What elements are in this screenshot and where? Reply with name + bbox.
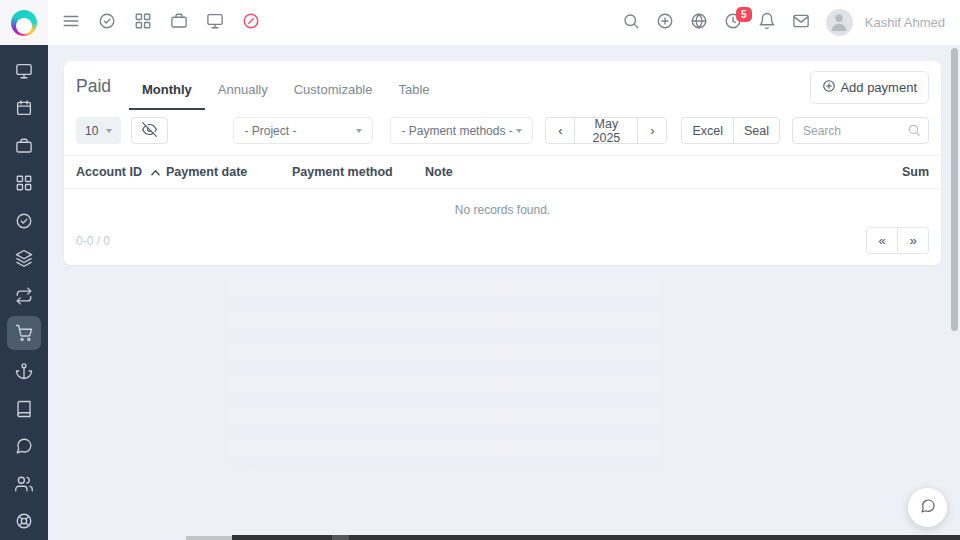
- tasks-button[interactable]: [98, 14, 116, 32]
- pagination-buttons: « »: [866, 227, 929, 254]
- messages-button[interactable]: [792, 14, 810, 32]
- shopping-cart-icon: [7, 316, 41, 350]
- column-sum[interactable]: Sum: [885, 165, 929, 179]
- language-button[interactable]: [690, 14, 708, 32]
- tab-monthly[interactable]: Monthly: [129, 74, 205, 110]
- check-circle-icon: [7, 204, 41, 238]
- payment-methods-select[interactable]: - Payment methods -: [390, 117, 533, 144]
- sidebar-item-projects[interactable]: [0, 127, 48, 165]
- monitor-icon: [206, 12, 224, 33]
- main-content: Paid Monthly Annually Customizable Table…: [48, 45, 960, 540]
- current-month-button[interactable]: May 2025: [574, 117, 638, 144]
- global-search-button[interactable]: [622, 14, 640, 32]
- quick-add-button[interactable]: [656, 14, 674, 32]
- project-select-value: - Project -: [244, 124, 296, 138]
- layers-icon: [7, 241, 41, 275]
- logo-box[interactable]: [0, 0, 48, 45]
- grid-icon: [7, 166, 41, 200]
- sidebar-item-calendar[interactable]: [0, 90, 48, 128]
- topbar: 5 Kashif Ahmed: [0, 0, 960, 46]
- user-name[interactable]: Kashif Ahmed: [865, 15, 945, 30]
- sidebar-item-recurring[interactable]: [0, 277, 48, 315]
- filter-row: 10 - Project - - Payment methods - ‹: [76, 117, 929, 144]
- life-buoy-icon: [7, 504, 41, 538]
- excel-export-button[interactable]: Excel: [681, 117, 734, 144]
- empty-state-message: No records found.: [64, 189, 941, 217]
- page-title: Paid: [76, 76, 111, 105]
- card-footer: 0-0 / 0 « »: [76, 227, 929, 254]
- menu-icon: [62, 12, 80, 33]
- project-select[interactable]: - Project -: [233, 117, 373, 144]
- apps-button[interactable]: [134, 14, 152, 32]
- sidebar-item-docs[interactable]: [0, 390, 48, 428]
- timer-button[interactable]: [242, 14, 260, 32]
- chevron-down-icon: [516, 129, 522, 133]
- person-icon: [828, 10, 850, 36]
- plus-circle-icon: [656, 12, 674, 33]
- sidebar-item-anchor[interactable]: [0, 352, 48, 390]
- user-avatar[interactable]: [826, 9, 853, 36]
- column-payment-method[interactable]: Payment method: [292, 165, 425, 179]
- time-log-button[interactable]: 5: [724, 14, 742, 32]
- toggle-columns-button[interactable]: [131, 117, 168, 144]
- tab-annually[interactable]: Annually: [205, 74, 281, 110]
- timer-icon: [242, 12, 260, 33]
- sidebar-item-apps[interactable]: [0, 165, 48, 203]
- chevron-down-icon: [106, 129, 112, 133]
- sidebar-item-payments[interactable]: [0, 315, 48, 353]
- sort-asc-icon[interactable]: [151, 169, 160, 176]
- app-root: 5 Kashif Ahmed: [0, 0, 960, 540]
- chevron-down-icon: [356, 129, 362, 133]
- bell-icon: [758, 12, 776, 33]
- plus-circle-icon: [822, 79, 836, 96]
- chat-fab-button[interactable]: [908, 488, 947, 527]
- prev-month-button[interactable]: ‹: [545, 117, 575, 144]
- book-icon: [7, 392, 41, 426]
- check-circle-icon: [98, 12, 116, 33]
- calendar-icon: [7, 91, 41, 125]
- payments-card: Paid Monthly Annually Customizable Table…: [64, 61, 941, 265]
- first-page-button[interactable]: «: [866, 227, 898, 254]
- table-header: Account ID Payment date Payment method N…: [64, 155, 941, 189]
- repeat-icon: [7, 279, 41, 313]
- column-account-id[interactable]: Account ID: [76, 165, 166, 179]
- horizontal-scrollbar-thumb[interactable]: [186, 536, 232, 540]
- anchor-icon: [7, 354, 41, 388]
- monitor-icon: [7, 54, 41, 88]
- message-circle-icon: [7, 429, 41, 463]
- eye-off-icon: [142, 122, 157, 140]
- page-size-select[interactable]: 10: [76, 117, 121, 144]
- menu-toggle-button[interactable]: [62, 14, 80, 32]
- notification-badge: 5: [736, 7, 752, 22]
- sidebar-item-layers[interactable]: [0, 240, 48, 278]
- sidebar-item-tasks[interactable]: [0, 202, 48, 240]
- ghost-table-watermark: [230, 280, 660, 470]
- topbar-left-icons: [48, 14, 260, 32]
- globe-icon: [690, 12, 708, 33]
- column-note[interactable]: Note: [425, 165, 885, 179]
- display-button[interactable]: [206, 14, 224, 32]
- card-header: Paid Monthly Annually Customizable Table…: [64, 61, 941, 110]
- tab-table[interactable]: Table: [386, 74, 443, 110]
- sidebar-item-chat[interactable]: [0, 427, 48, 465]
- grid-icon: [134, 12, 152, 33]
- notifications-button[interactable]: [758, 14, 776, 32]
- vertical-scrollbar-thumb[interactable]: [951, 48, 958, 331]
- sidebar-item-team[interactable]: [0, 465, 48, 503]
- app-logo: [11, 10, 37, 36]
- sidebar-item-dashboard[interactable]: [0, 52, 48, 90]
- chat-bubble-icon: [920, 498, 936, 518]
- next-month-button[interactable]: ›: [637, 117, 667, 144]
- tab-customizable[interactable]: Customizable: [281, 74, 386, 110]
- column-payment-date[interactable]: Payment date: [166, 165, 292, 179]
- add-payment-button[interactable]: Add payment: [810, 71, 929, 104]
- seal-export-button[interactable]: Seal: [733, 117, 780, 144]
- projects-button[interactable]: [170, 14, 188, 32]
- briefcase-icon: [170, 12, 188, 33]
- sidebar: [0, 45, 48, 540]
- briefcase-icon: [7, 129, 41, 163]
- last-page-button[interactable]: »: [897, 227, 929, 254]
- pagination-range: 0-0 / 0: [76, 234, 110, 248]
- sidebar-item-support[interactable]: [0, 502, 48, 540]
- taskbar-edge-notch: [332, 535, 349, 540]
